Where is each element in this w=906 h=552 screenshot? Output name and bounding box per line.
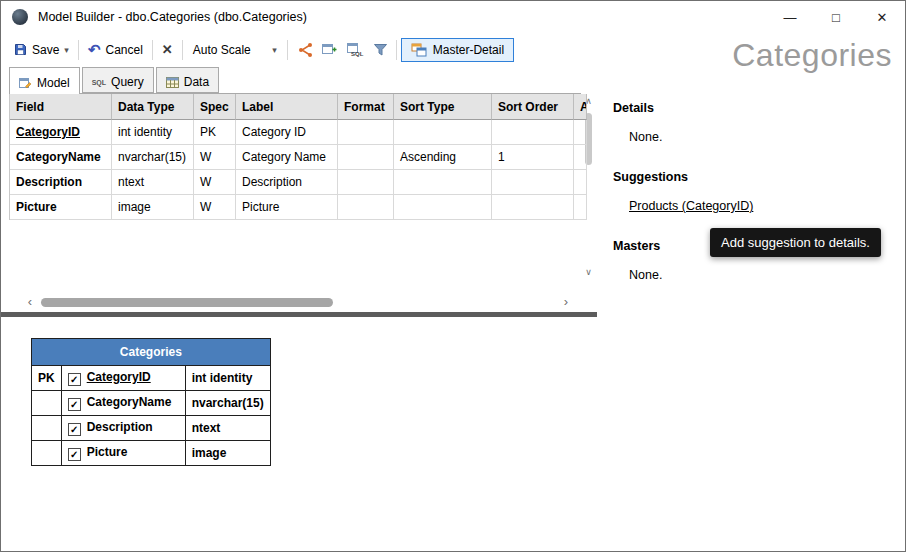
cell-label[interactable]: Category Name <box>236 145 338 170</box>
cell-field[interactable]: Description <box>10 170 112 195</box>
cell-sort-order[interactable] <box>492 170 574 195</box>
tab-query[interactable]: SQL Query <box>82 67 154 93</box>
add-sql-icon: SQL <box>347 43 364 57</box>
cell-sort-type[interactable]: Ascending <box>394 145 492 170</box>
auto-scale-dropdown[interactable]: Auto Scale ▾ <box>187 40 283 60</box>
checkbox-checked[interactable]: ✓ <box>68 373 81 386</box>
cell-data-type[interactable]: ntext <box>112 170 194 195</box>
cell-sort-order[interactable] <box>492 195 574 220</box>
checkbox-checked[interactable]: ✓ <box>68 423 81 436</box>
cell-format[interactable] <box>338 195 394 220</box>
tab-data[interactable]: Data <box>156 67 219 93</box>
filter-button[interactable] <box>369 41 392 59</box>
save-dropdown-icon[interactable]: ▾ <box>64 45 69 55</box>
tabstrip: Model SQL Query Data <box>9 67 221 94</box>
cell-field[interactable]: CategoryName <box>10 145 112 170</box>
horizontal-scroll-thumb[interactable] <box>41 298 333 307</box>
cell-sort-order[interactable]: 1 <box>492 145 574 170</box>
suggestion-link[interactable]: Products (CategoryID) <box>629 199 753 213</box>
save-icon <box>14 43 27 56</box>
col-header-sort-order: Sort Order <box>492 94 574 120</box>
cell-data-type[interactable]: int identity <box>112 120 194 145</box>
checkbox-checked[interactable]: ✓ <box>68 448 81 461</box>
masters-value: None. <box>629 268 662 282</box>
cell-label[interactable]: Description <box>236 170 338 195</box>
cell-truncated[interactable] <box>574 120 587 145</box>
scroll-right-icon[interactable]: › <box>559 295 573 310</box>
tab-data-label: Data <box>184 75 209 89</box>
toolbar-separator <box>287 40 288 60</box>
diagram-row: PK ✓CategoryID int identity <box>32 366 271 391</box>
delete-button[interactable]: ✕ <box>157 39 178 60</box>
details-heading: Details <box>613 101 654 115</box>
diagram-type-cell: nvarchar(15) <box>185 391 270 416</box>
cell-spec[interactable]: W <box>194 145 236 170</box>
cell-truncated[interactable] <box>574 195 587 220</box>
app-window: Model Builder - dbo.Categories (dbo.Cate… <box>0 0 906 552</box>
diagram-field-name: CategoryName <box>87 395 172 409</box>
filter-funnel-icon <box>374 44 387 56</box>
cell-label[interactable]: Category ID <box>236 120 338 145</box>
master-detail-button[interactable]: Master-Detail <box>401 38 514 62</box>
cell-label[interactable]: Picture <box>236 195 338 220</box>
cell-spec[interactable]: W <box>194 170 236 195</box>
cell-spec[interactable]: W <box>194 195 236 220</box>
cell-field[interactable]: CategoryID <box>10 120 112 145</box>
col-header-sort-type: Sort Type <box>394 94 492 120</box>
diagram-name-cell[interactable]: ✓Description <box>61 416 185 441</box>
diagram-field-name: Picture <box>87 445 128 459</box>
grid-row: CategoryName nvarchar(15) W Category Nam… <box>10 145 581 170</box>
cell-format[interactable] <box>338 120 394 145</box>
diagram-name-cell[interactable]: ✓CategoryName <box>61 391 185 416</box>
tab-model[interactable]: Model <box>9 67 80 94</box>
tab-model-label: Model <box>37 76 70 90</box>
cell-sort-type[interactable] <box>394 120 492 145</box>
data-table-icon <box>166 77 179 88</box>
horizontal-scrollbar[interactable]: ‹ › <box>1 294 597 311</box>
share-branch-icon <box>297 43 312 57</box>
cancel-button[interactable]: ↶ Cancel <box>83 40 148 60</box>
scroll-left-icon[interactable]: ‹ <box>23 295 37 310</box>
cell-truncated[interactable] <box>574 170 587 195</box>
diagram-name-cell[interactable]: ✓Picture <box>61 441 185 466</box>
save-button[interactable]: Save ▾ <box>9 40 74 60</box>
cell-format[interactable] <box>338 145 394 170</box>
chevron-down-icon: ▾ <box>272 45 277 55</box>
diagram-pk-cell <box>32 441 62 466</box>
grid-header-row: Field Data Type Spec Label Format Sort T… <box>10 94 581 120</box>
splitter-bar[interactable] <box>1 312 597 317</box>
master-detail-label: Master-Detail <box>433 43 504 57</box>
toolbar-separator <box>78 40 79 60</box>
cell-data-type[interactable]: nvarchar(15) <box>112 145 194 170</box>
diagram-name-cell[interactable]: ✓CategoryID <box>61 366 185 391</box>
cell-data-type[interactable]: image <box>112 195 194 220</box>
cell-field[interactable]: Picture <box>10 195 112 220</box>
scroll-down-icon[interactable]: ∨ <box>582 266 595 279</box>
cancel-label: Cancel <box>105 43 142 57</box>
maximize-button[interactable]: □ <box>813 1 859 33</box>
relate-button[interactable] <box>292 40 317 60</box>
close-button[interactable]: ✕ <box>859 1 905 33</box>
cell-truncated[interactable] <box>574 145 587 170</box>
cell-sort-order[interactable] <box>492 120 574 145</box>
diagram-pk-cell: PK <box>32 366 62 391</box>
add-sql-field-button[interactable]: SQL <box>342 40 369 60</box>
cell-sort-type[interactable] <box>394 195 492 220</box>
col-header-format: Format <box>338 94 394 120</box>
col-header-data-type: Data Type <box>112 94 194 120</box>
cell-format[interactable] <box>338 170 394 195</box>
cell-spec[interactable]: PK <box>194 120 236 145</box>
minimize-button[interactable]: — <box>767 1 813 33</box>
tab-query-label: Query <box>111 75 144 89</box>
diagram-type-cell: ntext <box>185 416 270 441</box>
titlebar: Model Builder - dbo.Categories (dbo.Cate… <box>1 1 905 33</box>
col-header-label: Label <box>236 94 338 120</box>
window-title: Model Builder - dbo.Categories (dbo.Cate… <box>38 10 307 24</box>
toolbar: Save ▾ ↶ Cancel ✕ Auto Scale ▾ SQL <box>1 33 695 66</box>
cell-sort-type[interactable] <box>394 170 492 195</box>
diagram-pk-cell <box>32 416 62 441</box>
add-field-button[interactable] <box>317 40 342 59</box>
master-detail-icon <box>411 43 427 57</box>
page-title: Categories <box>732 37 892 74</box>
checkbox-checked[interactable]: ✓ <box>68 398 81 411</box>
